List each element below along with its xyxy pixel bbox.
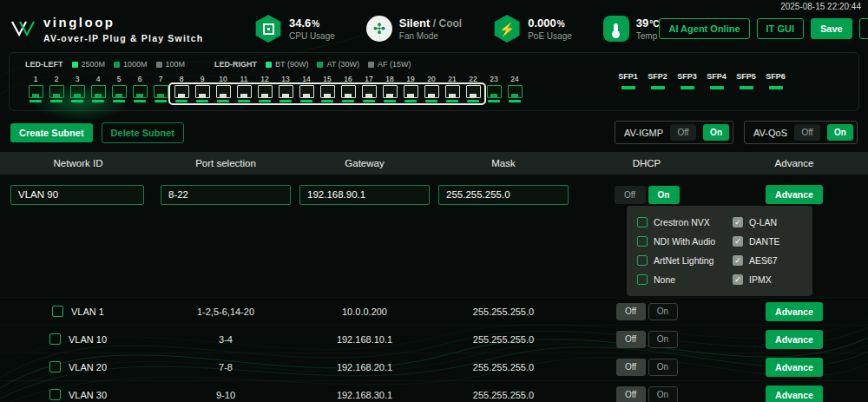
dhcp-on-toggle[interactable]: On xyxy=(648,186,680,204)
av-igmp-on-toggle[interactable]: On xyxy=(703,124,729,141)
port-11[interactable]: 11 xyxy=(233,75,254,102)
checked-checkbox-icon[interactable]: ✓ xyxy=(733,217,743,227)
port-5[interactable]: 5 xyxy=(108,75,129,102)
sfp-1[interactable]: SFP1 xyxy=(617,72,639,89)
port-19[interactable]: 19 xyxy=(400,75,421,102)
rj45-port-icon[interactable] xyxy=(237,85,252,98)
row-checkbox[interactable] xyxy=(49,361,61,372)
rj45-port-icon[interactable] xyxy=(70,85,85,98)
port-2[interactable]: 2 xyxy=(46,75,67,102)
port-20[interactable]: 20 xyxy=(421,75,442,102)
rj45-port-icon[interactable] xyxy=(320,85,335,98)
mask-input[interactable] xyxy=(438,185,569,205)
dhcp-toggle[interactable]: Off On xyxy=(615,186,680,204)
rj45-port-icon[interactable] xyxy=(49,85,64,98)
port-13[interactable]: 13 xyxy=(275,75,296,102)
network-id-input[interactable] xyxy=(10,185,144,205)
av-igmp-off-toggle[interactable]: Off xyxy=(670,124,696,141)
language-cn-button[interactable]: CN xyxy=(859,18,868,39)
sfp-5[interactable]: SFP5 xyxy=(735,72,757,89)
port-15[interactable]: 15 xyxy=(317,75,338,102)
rj45-port-icon[interactable] xyxy=(29,85,43,98)
unchecked-checkbox-icon[interactable] xyxy=(637,274,648,285)
port-3[interactable]: 3 xyxy=(67,75,88,102)
rj45-port-icon[interactable] xyxy=(487,85,502,98)
rj45-port-icon[interactable] xyxy=(216,85,231,98)
advance-button[interactable]: Advance xyxy=(766,302,823,321)
port-14[interactable]: 14 xyxy=(296,75,317,102)
rj45-port-icon[interactable] xyxy=(112,85,127,98)
row-checkbox[interactable] xyxy=(49,389,61,400)
dhcp-toggle[interactable]: Off On xyxy=(616,331,678,348)
dhcp-toggle[interactable]: Off On xyxy=(616,359,678,376)
gateway-input[interactable] xyxy=(299,185,430,205)
port-7[interactable]: 7 xyxy=(150,75,171,102)
advance-button[interactable]: Advance xyxy=(766,358,823,377)
port-6[interactable]: 6 xyxy=(129,75,150,102)
advance-button[interactable]: Advance xyxy=(766,185,823,204)
sfp-2[interactable]: SFP2 xyxy=(647,72,668,89)
sfp-3[interactable]: SFP3 xyxy=(676,72,698,89)
av-qos-on-toggle[interactable]: On xyxy=(827,124,853,141)
port-16[interactable]: 16 xyxy=(338,75,358,102)
rj45-port-icon[interactable] xyxy=(362,85,377,98)
rj45-port-icon[interactable] xyxy=(133,85,148,98)
checked-checkbox-icon[interactable]: ✓ xyxy=(733,274,743,285)
it-gui-button[interactable]: IT GUI xyxy=(757,18,804,39)
advance-button[interactable]: Advance xyxy=(766,386,823,402)
protocol-option[interactable]: ✓IPMX xyxy=(733,274,802,285)
delete-subnet-button[interactable]: Delete Subnet xyxy=(102,122,184,143)
unchecked-checkbox-icon[interactable] xyxy=(637,255,648,266)
dhcp-toggle[interactable]: Off On xyxy=(616,386,678,402)
dhcp-off-toggle[interactable]: Off xyxy=(615,186,646,204)
rj45-port-icon[interactable] xyxy=(299,85,314,98)
unchecked-checkbox-icon[interactable] xyxy=(637,217,648,227)
rj45-port-icon[interactable] xyxy=(424,85,439,98)
save-button[interactable]: Save xyxy=(811,18,852,39)
port-1[interactable]: 1 xyxy=(25,75,46,102)
dhcp-off-toggle[interactable]: Off xyxy=(616,331,646,348)
protocol-option[interactable]: ✓DANTE xyxy=(733,236,802,247)
row-checkbox[interactable] xyxy=(49,333,61,345)
rj45-port-icon[interactable] xyxy=(341,85,356,98)
rj45-port-icon[interactable] xyxy=(174,85,189,98)
protocol-option[interactable]: NDI With Audio xyxy=(637,236,733,247)
port-8[interactable]: 8 xyxy=(171,75,192,102)
port-9[interactable]: 9 xyxy=(192,75,213,102)
checked-checkbox-icon[interactable]: ✓ xyxy=(733,236,743,247)
protocol-option[interactable]: Crestron NVX xyxy=(637,217,733,227)
dhcp-on-toggle[interactable]: On xyxy=(648,386,678,402)
protocol-option[interactable]: ArtNet Lighting xyxy=(637,255,733,266)
rj45-port-icon[interactable] xyxy=(154,85,168,98)
port-24[interactable]: 24 xyxy=(504,75,525,102)
port-21[interactable]: 21 xyxy=(442,75,463,102)
dhcp-off-toggle[interactable]: Off xyxy=(616,303,646,320)
port-selection-input[interactable] xyxy=(161,185,291,205)
checked-checkbox-icon[interactable]: ✓ xyxy=(733,255,743,266)
rj45-port-icon[interactable] xyxy=(91,85,106,98)
rj45-port-icon[interactable] xyxy=(258,85,273,98)
dhcp-on-toggle[interactable]: On xyxy=(648,359,678,376)
sfp-4[interactable]: SFP4 xyxy=(706,72,727,89)
protocol-option[interactable]: None xyxy=(637,274,733,285)
dhcp-off-toggle[interactable]: Off xyxy=(616,386,646,402)
sfp-6[interactable]: SFP6 xyxy=(765,72,786,89)
dhcp-off-toggle[interactable]: Off xyxy=(616,359,646,376)
rj45-port-icon[interactable] xyxy=(466,85,481,98)
dhcp-on-toggle[interactable]: On xyxy=(648,331,678,348)
rj45-port-icon[interactable] xyxy=(445,85,460,98)
ai-agent-status-button[interactable]: AI Agent Online xyxy=(659,18,749,39)
unchecked-checkbox-icon[interactable] xyxy=(637,236,648,247)
port-12[interactable]: 12 xyxy=(254,75,275,102)
rj45-port-icon[interactable] xyxy=(508,85,523,98)
create-subnet-button[interactable]: Create Subnet xyxy=(10,123,93,142)
rj45-port-icon[interactable] xyxy=(279,85,293,98)
port-4[interactable]: 4 xyxy=(88,75,108,102)
rj45-port-icon[interactable] xyxy=(404,85,418,98)
protocol-option[interactable]: ✓AES67 xyxy=(733,255,802,266)
av-qos-off-toggle[interactable]: Off xyxy=(794,124,820,141)
protocol-option[interactable]: ✓Q-LAN xyxy=(733,217,802,227)
rj45-port-icon[interactable] xyxy=(195,85,210,98)
port-22[interactable]: 22 xyxy=(463,75,483,102)
port-18[interactable]: 18 xyxy=(379,75,400,102)
